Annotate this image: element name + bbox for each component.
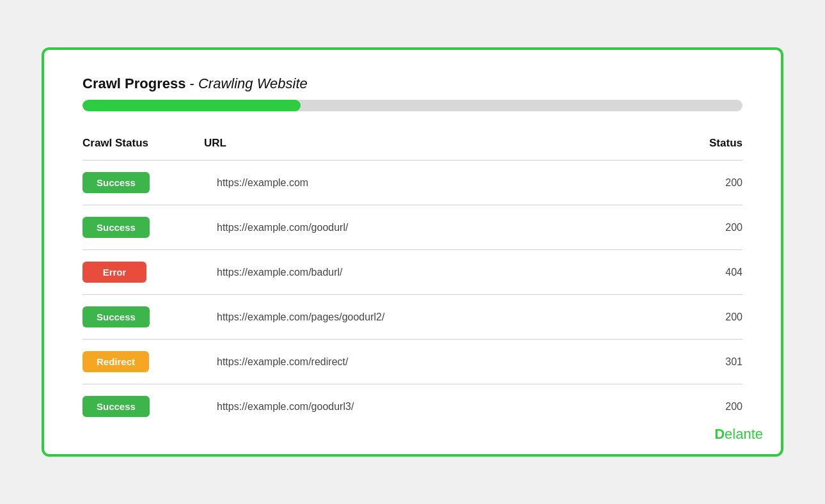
cell-status-code: 404 [679,250,742,295]
col-header-crawl-status: Crawl Status [82,127,204,161]
status-badge: Error [82,262,146,283]
cell-crawl-status: Redirect [82,340,204,384]
cell-url: https://example.com/badurl/ [204,250,679,295]
crawl-table: Crawl Status URL Status Success https://… [82,127,742,429]
crawl-progress-title: Crawl Progress - Crawling Website [82,75,742,92]
col-header-status: Status [679,127,742,161]
table-header-row: Crawl Status URL Status [82,127,742,161]
cell-crawl-status: Success [82,161,204,205]
cell-status-code: 200 [679,384,742,429]
col-header-url: URL [204,127,679,161]
cell-url: https://example.com/redirect/ [204,340,679,384]
cell-url: https://example.com/goodurl/ [204,205,679,250]
cell-status-code: 200 [679,161,742,205]
progress-bar-container [82,100,742,111]
cell-status-code: 200 [679,295,742,340]
title-bold: Crawl Progress [82,75,185,91]
cell-crawl-status: Success [82,295,204,340]
main-card: Crawl Progress - Crawling Website Crawl … [42,47,783,457]
cell-crawl-status: Error [82,250,204,295]
logo-text: Delante [714,426,763,443]
cell-crawl-status: Success [82,384,204,429]
status-badge: Success [82,172,150,193]
logo-d: D [714,426,725,442]
status-badge: Redirect [82,351,149,372]
status-badge: Success [82,217,150,238]
title-separator: - [190,75,198,91]
table-row: Success https://example.com/pages/goodur… [82,295,742,340]
cell-status-code: 200 [679,205,742,250]
cell-url: https://example.com/pages/goodurl2/ [204,295,679,340]
progress-bar-fill [82,100,301,111]
logo-rest: elante [725,426,763,442]
table-row: Success https://example.com 200 [82,161,742,205]
cell-url: https://example.com [204,161,679,205]
cell-status-code: 301 [679,340,742,384]
table-row: Error https://example.com/badurl/ 404 [82,250,742,295]
table-row: Success https://example.com/goodurl3/ 20… [82,384,742,429]
table-row: Redirect https://example.com/redirect/ 3… [82,340,742,384]
cell-url: https://example.com/goodurl3/ [204,384,679,429]
logo-area: Delante [714,426,763,443]
cell-crawl-status: Success [82,205,204,250]
status-badge: Success [82,306,150,327]
status-badge: Success [82,396,150,417]
title-italic: Crawling Website [198,75,308,91]
table-row: Success https://example.com/goodurl/ 200 [82,205,742,250]
crawl-progress-section: Crawl Progress - Crawling Website [82,75,742,111]
